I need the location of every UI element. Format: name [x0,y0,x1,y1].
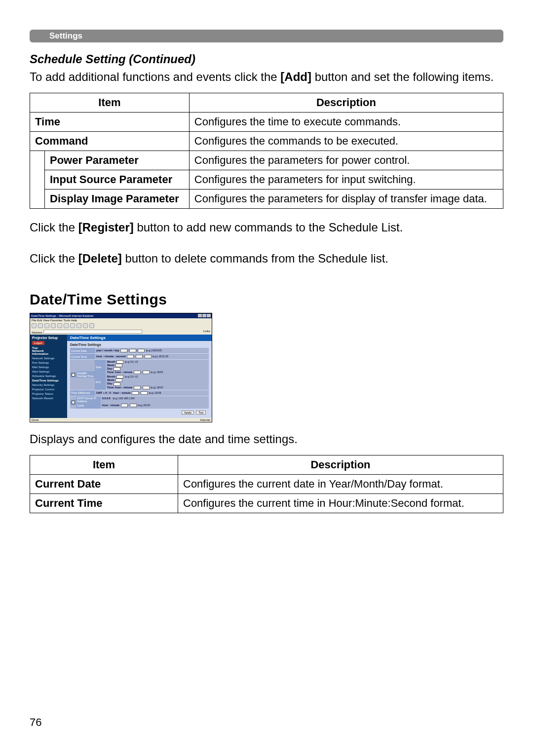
label-start: Start [95,360,106,375]
sidebar-item-alert-settings[interactable]: Alert Settings [32,370,65,373]
end-day-select[interactable] [114,382,120,386]
row-current-date: Current Date year / month / day // [e.g.… [70,348,209,353]
sidebar-item-network-restart[interactable]: Network Restart [32,397,65,400]
stop-icon[interactable] [44,323,49,328]
sntp-on-cell [70,400,76,405]
mock-toolbar [30,322,212,329]
gmt-hour-input[interactable] [132,391,139,395]
start-month-label: Month: [107,360,116,363]
start-hour-input[interactable] [134,371,141,374]
home-icon[interactable] [57,323,62,328]
desc-power: Configures the parameters for power cont… [189,151,503,170]
sidebar-item-projector-status[interactable]: Projector Status [32,392,65,395]
mock-main-title: Date/Time Settings [67,335,212,341]
back-icon[interactable] [32,323,37,328]
mail-icon[interactable] [83,323,88,328]
item-current-time: Current Time [30,493,178,513]
end-month-input[interactable] [116,375,123,378]
register-bold: [Register] [78,221,134,234]
header-bar: Settings [30,30,503,42]
item-power: Power Parameter [45,151,190,170]
year-input[interactable] [120,349,127,352]
maximize-icon[interactable] [202,314,206,317]
sntp-ip[interactable]: 0.0.0.0 [102,397,111,400]
item-display-image: Display Image Parameter [45,189,190,209]
row-daylight: Daylight Savings Time Start Month: [e.g.… [70,360,209,389]
delete-bold: [Delete] [78,252,122,265]
desc-current-time: Configures the current time in Hour:Minu… [178,493,503,513]
sidebar-item-datetime-settings[interactable]: Date/Time Settings [32,379,65,382]
status-done: Done [32,418,38,421]
start-week-select[interactable] [115,364,122,367]
start-body: Month: [e.g.] 01~12 Week: Day: Time: hou… [106,360,209,375]
cycle-text: hour : minute [102,404,119,407]
table-row: Time Configures the time to execute comm… [30,113,503,132]
mock-menubar[interactable]: File Edit View Favorites Tools Help [30,318,212,322]
end-week-label: Week: [107,378,115,381]
end-week-select[interactable] [115,378,122,382]
cycle-min-input[interactable] [130,404,137,407]
sidebar-top-group[interactable]: Top: Network Information [32,346,65,355]
month-input[interactable] [129,349,136,352]
second-input[interactable] [145,355,152,358]
eg-end-month: [e.g.] 01~12 [125,375,138,378]
sidebar-item-network-settings[interactable]: Network Settings [32,357,65,360]
daylight-checkbox[interactable] [72,373,75,377]
table-row: Command Configures the commands to be ex… [30,132,503,151]
minimize-icon[interactable] [198,314,202,317]
hour-input[interactable] [127,355,134,358]
history-icon[interactable] [76,323,81,328]
sidebar-item-schedule-settings[interactable]: Schedule Settings [32,375,65,378]
end-time-label: Time: hour : minute [107,386,132,389]
close-icon[interactable] [207,314,211,317]
text-time-diff: GMT + 0 : 0 - hour : minute [96,391,131,394]
intro-post: button and set the following items. [311,70,494,83]
sidebar-item-port-settings[interactable]: Port Settings [32,361,65,364]
refresh-icon[interactable] [51,323,56,328]
datetime-heading: Date/Time Settings [30,291,503,308]
daylight-on-cell [70,372,76,378]
links-label[interactable]: Links [203,330,210,334]
mock-addressbar: Address Links [30,329,212,335]
end-hour-input[interactable] [134,386,141,389]
end-min-input[interactable] [143,386,150,389]
intro-bold: [Add] [280,70,311,83]
search-icon[interactable] [64,323,69,328]
schedule-subtitle: Schedule Setting (Continued) [30,52,503,66]
desc-time: Configures the time to execute commands. [189,113,503,132]
th-item: Item [30,93,190,113]
text-current-date: year / month / day [96,349,119,352]
delete-text: Click the [Delete] button to delete comm… [30,251,503,266]
top-button[interactable]: Top [196,411,206,415]
start-day-label: Day: [107,367,113,370]
sidebar-item-mail-settings[interactable]: Mail Settings [32,366,65,369]
start-min-input[interactable] [143,371,150,374]
sntp-checkbox[interactable] [72,401,75,404]
item-command: Command [30,132,190,151]
logon-button[interactable]: Logon [32,341,44,345]
eg-end-time: [e.g.] 18:05 [151,386,163,389]
eg-sntp-ip: [e.g.] 192.168.1.254 [113,397,134,400]
table-row: Current Time Configures the current time… [30,493,503,513]
cycle-hour-input[interactable] [121,404,128,407]
favorites-icon[interactable] [70,323,75,328]
gmt-min-input[interactable] [141,391,148,395]
end-month-label: Month: [107,375,116,378]
forward-icon[interactable] [38,323,43,328]
mock-statusbar: Done Internet [30,418,212,422]
text-current-time: hour : minute : second [96,355,125,358]
sidebar-item-projector-control[interactable]: Projector Control [32,388,65,391]
address-input[interactable] [43,330,142,334]
minute-input[interactable] [136,355,143,358]
sidebar-item-security-settings[interactable]: Security Settings [32,383,65,386]
label-daylight: Daylight Savings Time [76,371,95,378]
label-current-date: Current Date [70,348,95,353]
start-day-select[interactable] [114,367,120,371]
register-post: button to add new commands to the Schedu… [134,221,403,234]
label-sntp-cycle: Cycle [76,403,101,409]
apply-button[interactable]: Apply [182,411,194,415]
start-month-input[interactable] [116,360,123,364]
print-icon[interactable] [89,323,94,328]
datetime-table: Item Description Current Date Configures… [30,455,503,513]
day-input[interactable] [138,349,145,352]
